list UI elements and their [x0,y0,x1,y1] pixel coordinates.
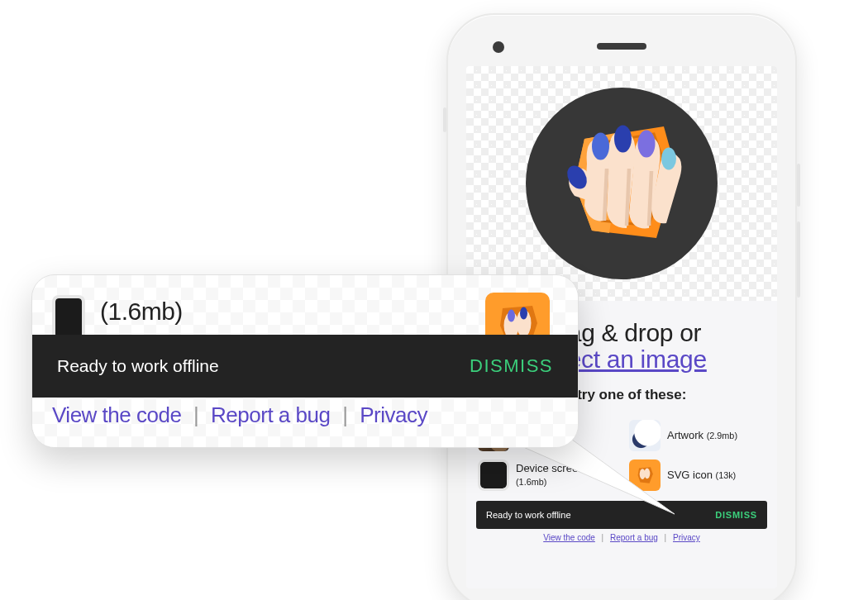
lens-dismiss-button[interactable]: DISMISS [470,355,553,377]
svg-point-1 [614,126,632,153]
lens-snackbar-message: Ready to work offline [57,356,219,376]
phone-side-button-left [443,107,446,132]
lens-size-text: (1.6mb) [100,298,183,326]
svg-point-0 [592,133,609,160]
hero-dropzone[interactable] [466,66,777,301]
lens-fragment-row: (1.6mb) [32,275,578,335]
svg-point-2 [638,131,656,158]
svg-point-3 [661,148,676,170]
svg-point-11 [508,310,515,322]
lens-device-thumb-fragment [52,295,85,335]
lens-view-code-link[interactable]: View the code [52,402,181,427]
phone-side-button-power [797,164,800,207]
lens-footer-fragment: View the code | Report a bug | Privacy [32,398,578,444]
lens-offline-snackbar: Ready to work offline DISMISS [32,335,578,398]
phone-side-button-volume [797,221,800,298]
phone-camera-dot [493,41,504,53]
squoosh-logo-icon [547,109,696,258]
svg-point-12 [520,307,527,320]
lens-privacy-link[interactable]: Privacy [360,402,427,427]
zoom-callout-lens: (1.6mb) Ready to work offline DISMISS Vi… [31,274,579,448]
lens-report-bug-link[interactable]: Report a bug [211,402,330,427]
squoosh-logo-disc [526,88,718,279]
phone-speaker-slot [597,43,646,50]
